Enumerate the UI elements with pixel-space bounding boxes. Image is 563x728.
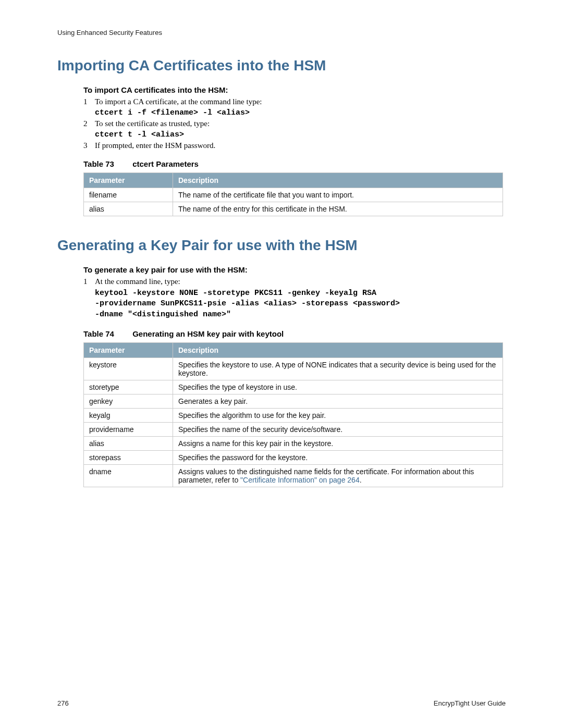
running-header: Using Enhanced Security Features [57, 29, 506, 36]
step-number: 1 [83, 97, 95, 106]
step-1: 1 To import a CA certificate, at the com… [83, 97, 506, 106]
step-2: 2 To set the certificate as trusted, typ… [83, 119, 506, 128]
table-keytool-parameters: Parameter Description keystore Specifies… [83, 342, 503, 487]
table-row: storepass Specifies the password for the… [84, 450, 503, 464]
table-ctcert-parameters: Parameter Description filename The name … [83, 172, 503, 216]
table-title: ctcert Parameters [132, 159, 199, 168]
code-ctcert-trust: ctcert t -l <alias> [95, 130, 506, 139]
cell-desc: Specifies the name of the security devic… [173, 422, 503, 436]
table-row: alias Assigns a name for this key pair i… [84, 436, 503, 450]
step-number: 1 [83, 277, 95, 286]
cell-param: filename [84, 188, 173, 202]
step-number: 2 [83, 119, 95, 128]
step-text: To import a CA certificate, at the comma… [95, 97, 506, 106]
table-row: dname Assigns values to the distinguishe… [84, 464, 503, 487]
step-text: At the command line, type: [95, 277, 506, 286]
cell-param: providername [84, 422, 173, 436]
step-number: 3 [83, 141, 95, 150]
table-row: genkey Generates a key pair. [84, 394, 503, 408]
page: Using Enhanced Security Features Importi… [0, 0, 563, 728]
section-heading-generating: Generating a Key Pair for use with the H… [57, 237, 506, 254]
table-row: filename The name of the certificate fil… [84, 188, 503, 202]
cell-desc: Specifies the type of keystore in use. [173, 380, 503, 394]
procedure-intro-1: To import CA certificates into the HSM: [83, 85, 506, 94]
table-row: storetype Specifies the type of keystore… [84, 380, 503, 394]
dname-text-post: . [360, 476, 362, 484]
cell-desc: Specifies the password for the keystore. [173, 450, 503, 464]
cell-param: dname [84, 464, 173, 487]
cell-param: keystore [84, 357, 173, 380]
step-3: 3 If prompted, enter the HSM password. [83, 141, 506, 150]
cell-desc: Specifies the algorithm to use for the k… [173, 408, 503, 422]
cell-param: alias [84, 436, 173, 450]
th-parameter: Parameter [84, 342, 173, 357]
th-description: Description [173, 173, 503, 188]
step-1-gen: 1 At the command line, type: [83, 277, 506, 286]
cell-desc-dname: Assigns values to the distinguished name… [173, 464, 503, 487]
step-text: To set the certificate as trusted, type: [95, 119, 506, 128]
table-row: keystore Specifies the keystore to use. … [84, 357, 503, 380]
section-heading-importing: Importing CA Certificates into the HSM [57, 57, 506, 74]
cell-param: storepass [84, 450, 173, 464]
table-row: providername Specifies the name of the s… [84, 422, 503, 436]
step-text: If prompted, enter the HSM password. [95, 141, 506, 150]
th-description: Description [173, 342, 503, 357]
procedure-intro-2: To generate a key pair for use with the … [83, 265, 506, 274]
code-keytool: keytool -keystore NONE -storetype PKCS11… [95, 288, 506, 320]
cell-desc: Generates a key pair. [173, 394, 503, 408]
table-73-caption: Table 73 ctcert Parameters [83, 159, 506, 168]
th-parameter: Parameter [84, 173, 173, 188]
doc-title: EncrypTight User Guide [434, 699, 506, 707]
page-number: 276 [57, 699, 69, 707]
cell-param: alias [84, 202, 173, 216]
cell-desc: Specifies the keystore to use. A type of… [173, 357, 503, 380]
page-footer: 276 EncrypTight User Guide [57, 699, 506, 707]
cell-param: keyalg [84, 408, 173, 422]
table-row: alias The name of the entry for this cer… [84, 202, 503, 216]
cell-param: storetype [84, 380, 173, 394]
cell-desc: Assigns a name for this key pair in the … [173, 436, 503, 450]
table-74-caption: Table 74 Generating an HSM key pair with… [83, 329, 506, 338]
table-row: keyalg Specifies the algorithm to use fo… [84, 408, 503, 422]
table-header-row: Parameter Description [84, 342, 503, 357]
cell-desc: The name of the entry for this certifica… [173, 202, 503, 216]
cell-desc: The name of the certificate file that yo… [173, 188, 503, 202]
table-title: Generating an HSM key pair with keytool [132, 329, 284, 338]
code-ctcert-import: ctcert i -f <filename> -l <alias> [95, 108, 506, 117]
cell-param: genkey [84, 394, 173, 408]
table-number: Table 73 [83, 159, 130, 168]
table-header-row: Parameter Description [84, 173, 503, 188]
cross-reference-link[interactable]: "Certificate Information" on page 264 [240, 476, 360, 484]
table-number: Table 74 [83, 329, 130, 338]
